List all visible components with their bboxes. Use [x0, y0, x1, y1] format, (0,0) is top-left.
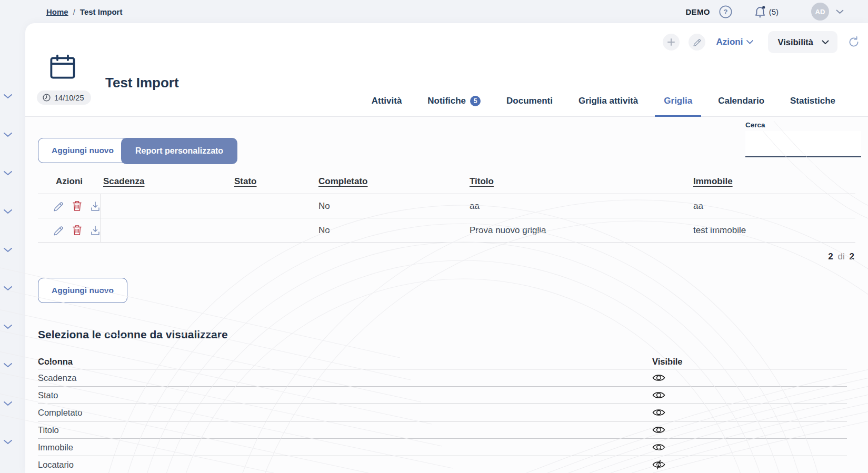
cell-immobile: aa	[691, 201, 855, 212]
delete-row-button[interactable]	[72, 200, 82, 212]
rail-expand-button[interactable]	[3, 401, 13, 406]
refresh-button[interactable]	[847, 34, 863, 50]
svg-text:?: ?	[723, 8, 727, 16]
tab-attivita[interactable]: Attività	[372, 85, 402, 116]
add-new-button[interactable]: Aggiungi nuovo	[38, 138, 127, 163]
notifications-count: (5)	[769, 7, 779, 16]
download-row-button[interactable]	[90, 225, 101, 236]
custom-report-button[interactable]: Report personalizzato	[121, 138, 237, 164]
topbar-right: DEMO ? (5) AD	[685, 3, 844, 21]
breadcrumb: Home / Test Import	[46, 7, 122, 16]
rail-expand-button[interactable]	[3, 439, 13, 445]
column-row-locatario: Locatario	[38, 456, 847, 473]
pencil-icon	[693, 38, 702, 47]
breadcrumb-current: Test Import	[80, 7, 123, 16]
tab-statistiche[interactable]: Statistiche	[790, 85, 835, 116]
cell-titolo: aa	[467, 201, 691, 212]
chevron-down-icon	[3, 94, 13, 99]
column-header-completato[interactable]: Completato	[316, 176, 467, 187]
chevron-down-icon	[3, 401, 13, 406]
toggle-visibility-button[interactable]	[652, 373, 665, 383]
chevron-down-icon	[3, 170, 13, 176]
help-button[interactable]: ?	[719, 5, 732, 18]
edit-button[interactable]	[689, 34, 705, 51]
pencil-icon	[53, 200, 64, 212]
delete-row-button[interactable]	[72, 225, 82, 236]
pagination-total: 2	[850, 251, 854, 261]
column-header-titolo[interactable]: Titolo	[467, 176, 691, 187]
edit-row-button[interactable]	[53, 225, 64, 236]
eye-icon	[652, 442, 665, 452]
chevron-down-icon	[746, 40, 753, 44]
row-actions	[38, 194, 101, 218]
search-block: Cerca	[745, 121, 861, 157]
tab-calendario[interactable]: Calendario	[718, 85, 764, 116]
rail-expand-button[interactable]	[3, 209, 13, 214]
column-row-titolo: Titolo	[38, 421, 847, 439]
azioni-label: Azioni	[716, 37, 743, 47]
header-colonna: Colonna	[38, 357, 646, 367]
visibilita-label: Visibilità	[777, 37, 813, 47]
search-label: Cerca	[745, 121, 861, 129]
eye-off-icon	[652, 459, 665, 470]
column-header-scadenza[interactable]: Scadenza	[101, 176, 232, 187]
cell-completato: No	[316, 201, 467, 212]
chevron-down-icon	[3, 132, 13, 137]
eye-icon	[652, 373, 665, 383]
breadcrumb-home-link[interactable]: Home	[46, 7, 68, 16]
chevron-down-icon	[822, 40, 829, 45]
trash-icon	[72, 200, 82, 212]
tab-griglia-attivita[interactable]: Griglia attività	[578, 85, 638, 116]
download-row-button[interactable]	[90, 201, 101, 212]
chevron-down-icon	[3, 324, 13, 329]
rail-expand-button[interactable]	[3, 286, 13, 291]
visibilita-dropdown[interactable]: Visibilità	[768, 31, 837, 53]
rail-expand-button[interactable]	[3, 132, 13, 137]
toggle-visibility-button[interactable]	[652, 390, 665, 400]
search-input[interactable]	[745, 131, 861, 157]
environment-label: DEMO	[685, 7, 710, 16]
azioni-dropdown[interactable]: Azioni	[716, 37, 753, 47]
table-row: No aa aa	[38, 194, 855, 218]
column-row-completato: Completato	[38, 404, 847, 421]
rail-expand-button[interactable]	[3, 170, 13, 176]
add-new-button-bottom[interactable]: Aggiungi nuovo	[38, 278, 127, 303]
trash-icon	[72, 225, 82, 236]
toggle-visibility-button[interactable]	[652, 408, 665, 417]
column-header-stato[interactable]: Stato	[232, 176, 316, 187]
tab-label: Notifiche	[427, 96, 466, 106]
grid-table: Azioni Scadenza Stato Completato Titolo …	[38, 169, 855, 243]
rail-expand-button[interactable]	[3, 324, 13, 329]
chevron-down-icon	[3, 363, 13, 368]
tab-documenti[interactable]: Documenti	[506, 85, 553, 116]
tab-griglia[interactable]: Griglia	[664, 85, 692, 116]
pagination-of: di	[836, 251, 847, 261]
tab-notifiche[interactable]: Notifiche 5	[427, 85, 481, 116]
notifications-button[interactable]: (5)	[753, 5, 779, 18]
toggle-visibility-button[interactable]	[652, 425, 665, 435]
pagination-count: 2	[828, 251, 833, 261]
grid-content: Aggiungi nuovo Report personalizzato Cer…	[25, 117, 868, 473]
avatar[interactable]: AD	[811, 3, 829, 21]
column-name: Locatario	[38, 460, 646, 470]
rail-expand-button[interactable]	[3, 363, 13, 368]
toggle-visibility-button[interactable]	[652, 442, 665, 452]
toggle-visibility-button[interactable]	[652, 459, 665, 470]
edit-row-button[interactable]	[53, 200, 64, 212]
column-header-immobile[interactable]: Immobile	[691, 176, 855, 187]
avatar-menu-button[interactable]	[836, 9, 844, 14]
column-header-azioni: Azioni	[38, 176, 101, 187]
column-name: Completato	[38, 408, 646, 418]
help-icon: ?	[719, 5, 732, 18]
pencil-icon	[53, 225, 64, 236]
add-button[interactable]	[663, 34, 680, 51]
download-icon	[90, 201, 101, 212]
rail-expand-button[interactable]	[3, 94, 13, 99]
columns-table: Colonna Visibile Scadenza Stato	[38, 355, 847, 473]
bell-icon	[753, 5, 767, 18]
chevron-down-icon	[836, 9, 844, 14]
column-name: Scadenza	[38, 373, 646, 383]
column-row-scadenza: Scadenza	[38, 369, 847, 387]
rail-expand-button[interactable]	[3, 247, 13, 253]
cell-immobile: test immobile	[691, 225, 855, 236]
